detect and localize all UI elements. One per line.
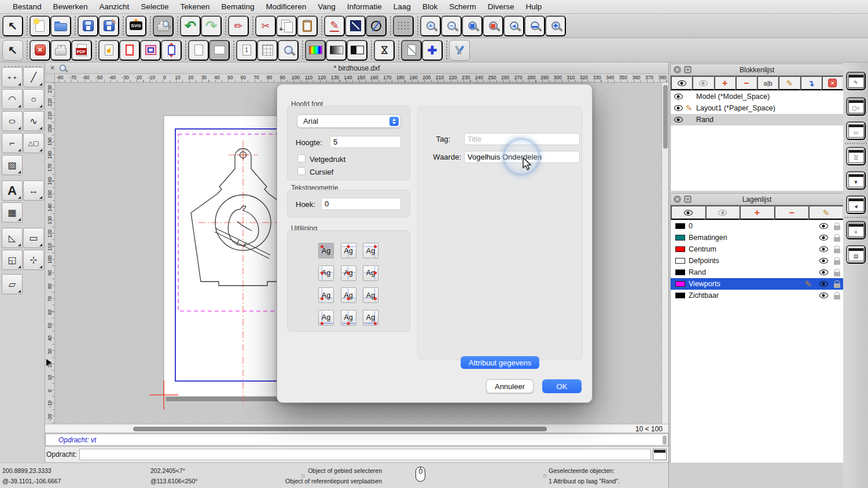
print-preview-button[interactable] xyxy=(153,16,174,36)
single-page-button[interactable]: 1 xyxy=(236,40,257,61)
alignment-option-button[interactable]: Ag xyxy=(341,310,356,326)
alignment-option-button[interactable]: Ag xyxy=(318,265,334,281)
zoom-selection-button[interactable]: ▣ xyxy=(483,16,503,36)
layer-row[interactable]: Centrum xyxy=(671,243,843,255)
detach-panel-icon[interactable] xyxy=(684,195,692,203)
layer-lock-icon[interactable] xyxy=(834,225,840,230)
draw-settings-tool[interactable]: ◺ xyxy=(2,228,23,248)
menu-item[interactable]: Bestand xyxy=(7,2,47,11)
toggle-selection-filter-button[interactable]: ▼ xyxy=(846,171,866,190)
zoom-auto-button[interactable]: ▣ xyxy=(462,16,483,36)
height-input[interactable] xyxy=(330,136,401,148)
measure-tool[interactable]: ▭ xyxy=(23,228,44,248)
fit-to-paper-button[interactable] xyxy=(161,40,182,61)
layer-lock-icon[interactable] xyxy=(834,260,840,265)
remove-block-button[interactable]: − xyxy=(735,76,757,90)
blackwhite-button[interactable] xyxy=(347,40,367,61)
layer-lock-icon[interactable] xyxy=(834,249,840,253)
toggle-property-editor-button[interactable]: ☰ xyxy=(846,147,866,165)
history-scrollbar[interactable] xyxy=(663,435,667,445)
alignment-option-button[interactable]: Ag xyxy=(341,287,356,303)
insert-block-button[interactable]: ↴ xyxy=(800,76,822,90)
block-row[interactable]: Model (*Model_Space) xyxy=(671,91,843,102)
block-visibility-icon[interactable] xyxy=(674,117,683,123)
command-input[interactable] xyxy=(79,449,651,460)
close-panel-icon[interactable]: ✕ xyxy=(674,66,681,73)
portrait-page-button[interactable] xyxy=(188,40,209,61)
scrollbar-thumb[interactable] xyxy=(663,85,668,149)
layer-visibility-icon[interactable] xyxy=(819,269,828,275)
layer-visibility-icon[interactable] xyxy=(819,235,828,241)
menu-item[interactable]: Diverse xyxy=(482,2,520,11)
redo-button[interactable]: ↷ xyxy=(201,16,222,36)
alignment-option-button[interactable]: Ag xyxy=(363,265,378,281)
add-layer-button[interactable]: + xyxy=(740,205,774,220)
paper-position-button[interactable]: ☝ xyxy=(98,40,119,61)
copy-button[interactable]: + xyxy=(276,16,297,36)
menu-item[interactable]: Hulp xyxy=(520,2,547,11)
layer-row[interactable]: Defpoints xyxy=(671,255,843,267)
dimension-tool[interactable]: ↔ xyxy=(23,180,44,201)
layer-row[interactable]: Viewports ✎ xyxy=(671,278,843,290)
pdf-export-button[interactable]: PDF xyxy=(71,40,92,61)
line-from-prior-button[interactable] xyxy=(345,16,366,36)
save-button[interactable] xyxy=(78,16,98,36)
svg-export-button[interactable]: SVG xyxy=(126,16,146,36)
horizontal-scrollbar[interactable]: 10 < 100 xyxy=(45,424,668,433)
grid-toggle-button[interactable] xyxy=(393,16,414,36)
lineweight-scale-button[interactable]: ⋈ xyxy=(374,40,395,61)
layer-lock-icon[interactable] xyxy=(834,272,840,276)
angle-input[interactable] xyxy=(321,198,401,210)
modify-tool[interactable]: ◱ xyxy=(2,250,23,270)
alignment-option-button[interactable]: Ag xyxy=(318,310,334,326)
hatch-tool[interactable]: ▨ xyxy=(2,155,23,175)
layer-visibility-icon[interactable] xyxy=(819,281,828,287)
ok-button[interactable]: OK xyxy=(542,379,582,393)
shape-tool[interactable]: △▢ xyxy=(23,133,44,153)
attribute-data-button[interactable]: Attribuut gegevens xyxy=(461,356,539,369)
layer-visibility-icon[interactable] xyxy=(819,246,828,252)
menu-item[interactable]: Modificeren xyxy=(260,2,312,11)
image-tool[interactable]: ▦ xyxy=(2,202,23,223)
layer-visibility-icon[interactable] xyxy=(819,293,828,298)
polyline-tool[interactable]: ⌐ xyxy=(2,133,23,153)
multi-page-button[interactable] xyxy=(257,40,278,61)
menu-item[interactable]: Blok xyxy=(417,2,443,11)
export-button[interactable]: ↑ xyxy=(50,40,71,61)
new-file-button[interactable] xyxy=(30,16,50,36)
toggle-clipboard-button[interactable]: ▤ xyxy=(846,245,866,264)
undo-button[interactable]: ↶ xyxy=(180,16,201,36)
rename-block-button[interactable]: a|b xyxy=(757,76,778,90)
viewport-overlay-button[interactable] xyxy=(140,40,161,61)
toggle-command-line-button[interactable]: ≡ xyxy=(846,221,866,239)
scrollbar-thumb[interactable] xyxy=(133,427,547,431)
close-preview-button[interactable]: ✕ xyxy=(30,40,50,61)
zoom-previous-button[interactable]: ◂ xyxy=(503,16,524,36)
cancel-button[interactable]: Annuleer xyxy=(486,379,534,393)
save-as-button[interactable]: ✎ xyxy=(98,16,119,36)
erase-button[interactable]: ✏ xyxy=(228,16,249,36)
pan-button[interactable]: ✚ xyxy=(545,16,566,36)
alignment-option-button[interactable]: Ag xyxy=(318,287,334,303)
menu-item[interactable]: Selectie xyxy=(135,2,174,11)
full-color-button[interactable] xyxy=(305,40,326,61)
tab-close-icon[interactable]: ✕ xyxy=(50,64,55,72)
alignment-option-button[interactable]: Ag xyxy=(363,287,378,303)
bold-checkbox[interactable] xyxy=(297,154,306,162)
landscape-page-button[interactable] xyxy=(209,40,230,61)
toggle-library-button[interactable]: ▢○ xyxy=(846,97,866,116)
menu-item[interactable]: Vang xyxy=(312,2,341,11)
tab-magnifier-icon[interactable] xyxy=(60,65,66,71)
select-tool-button[interactable]: ↖ xyxy=(2,16,23,36)
grayscale-button[interactable] xyxy=(326,40,347,61)
hide-all-layers-button[interactable] xyxy=(705,205,740,220)
zoom-window-button[interactable]: ▬ xyxy=(524,16,545,36)
show-all-layers-button[interactable] xyxy=(671,205,705,220)
menu-item[interactable]: Bemating xyxy=(215,2,260,11)
hide-all-blocks-button[interactable] xyxy=(692,76,713,90)
block-visibility-icon[interactable] xyxy=(674,94,683,99)
menu-item[interactable]: Tekenen xyxy=(174,2,215,11)
crosshair-points-button[interactable]: ✚ xyxy=(422,40,443,61)
ellipse-tool[interactable]: ○ xyxy=(2,111,23,131)
zoom-to-page-button[interactable] xyxy=(278,40,299,61)
